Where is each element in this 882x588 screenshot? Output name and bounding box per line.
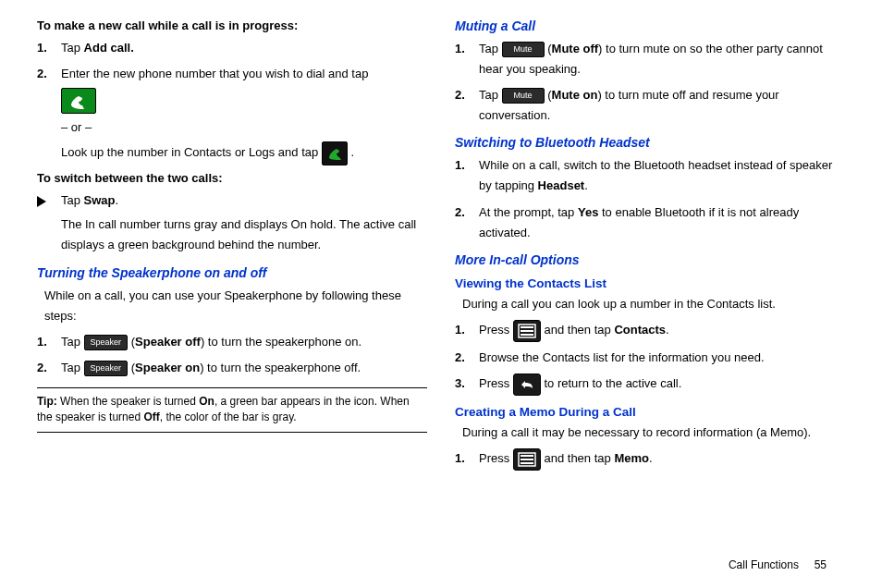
section-name: Call Functions — [729, 558, 799, 571]
list-new-call: 1. Tap Add call. 2. Enter the new phone … — [37, 38, 427, 165]
list-speaker: 1. Tap Speaker (Speaker off) to turn the… — [37, 332, 427, 378]
item-number: 1. — [455, 39, 465, 59]
text: Enter the new phone number that you wish… — [61, 67, 368, 80]
text-bold: Off — [143, 410, 159, 423]
text: Press — [479, 376, 513, 390]
text-bold: Yes — [578, 205, 598, 219]
list-item: 1. Press and then tap Contacts. — [479, 320, 845, 342]
heading-more-options: More In-call Options — [455, 252, 845, 267]
heading-switch-calls: To switch between the two calls: — [37, 171, 427, 185]
svg-rect-2 — [521, 334, 533, 336]
text-bold: Contacts — [614, 323, 666, 337]
list-item: 1. Press and then tap Memo. — [479, 448, 845, 471]
swap-description: The In call number turns gray and displa… — [61, 214, 427, 255]
heading-contacts-list: Viewing the Contacts List — [455, 276, 845, 290]
list-item: 2. At the prompt, tap Yes to enable Blue… — [479, 202, 845, 243]
text: While on a call, switch to the Bluetooth… — [479, 158, 832, 192]
bullet-swap: Tap Swap. The In call number turns gray … — [37, 190, 427, 255]
list-item: 1. Tap Add call. — [61, 38, 427, 58]
list-item: 1. While on a call, switch to the Blueto… — [479, 155, 845, 196]
menu-key-icon — [513, 320, 541, 342]
item-number: 1. — [455, 155, 465, 176]
item-number: 2. — [455, 85, 465, 105]
text: , the color of the bar is gray. — [160, 410, 297, 423]
text: . — [116, 193, 119, 207]
item-number: 1. — [37, 332, 47, 352]
item-number: 3. — [455, 374, 465, 394]
item-number: 1. — [37, 38, 47, 58]
lookup-line: Look up the number in Contacts or Logs a… — [61, 141, 427, 165]
back-key-icon — [513, 374, 541, 396]
text-bold: Speaker off — [135, 335, 201, 349]
item-number: 2. — [455, 348, 465, 368]
speaker-button-icon: Speaker — [84, 335, 129, 350]
text-bold: Headset — [538, 178, 585, 192]
list-mute: 1. Tap Mute (Mute off) to turn mute on s… — [455, 39, 845, 126]
speaker-button-icon: Speaker — [84, 361, 129, 376]
heading-speakerphone: Turning the Speakerphone on and off — [37, 265, 427, 280]
text: . — [649, 451, 653, 465]
text: and then tap — [544, 323, 614, 337]
list-item: 3. Press to return to the active call. — [479, 374, 845, 396]
text: ) to turn the speakerphone off. — [200, 361, 361, 374]
item-number: 2. — [37, 64, 47, 84]
text: ) to turn the speakerphone on. — [201, 335, 361, 349]
svg-rect-0 — [521, 326, 533, 328]
list-bluetooth: 1. While on a call, switch to the Blueto… — [455, 155, 845, 242]
text-bold: Add call. — [84, 41, 134, 55]
text: Tap — [61, 193, 84, 207]
tip-block: Tip: When the speaker is turned On, a gr… — [37, 387, 427, 433]
text: Tap — [61, 335, 84, 349]
svg-rect-6 — [521, 462, 533, 464]
text: Press — [479, 451, 513, 465]
text-bold: On — [199, 395, 214, 408]
text: Look up the number in Contacts or Logs a… — [61, 146, 322, 160]
list-item: 2. Browse the Contacts list for the info… — [479, 348, 845, 368]
or-text: – or – — [61, 117, 427, 138]
heading-bluetooth: Switching to Bluetooth Headset — [455, 135, 845, 150]
heading-muting: Muting a Call — [455, 18, 845, 33]
text: and then tap — [544, 451, 614, 465]
text: . — [584, 178, 588, 192]
page-footer: Call Functions 55 — [729, 558, 827, 571]
text: Press — [479, 323, 513, 337]
call-icon — [322, 141, 348, 165]
text-bold: Swap — [84, 193, 116, 207]
page: To make a new call while a call is in pr… — [0, 0, 882, 485]
right-column: Muting a Call 1. Tap Mute (Mute off) to … — [455, 18, 845, 476]
text: . — [350, 146, 354, 160]
tip-label: Tip: — [37, 395, 60, 408]
text: At the prompt, tap — [479, 205, 578, 219]
text: Tap — [479, 88, 502, 102]
page-number: 55 — [815, 558, 827, 571]
mute-button-icon: Mute — [502, 42, 545, 57]
text: Tap — [479, 42, 502, 55]
list-contacts: 1. Press and then tap Contacts. 2. Brows… — [455, 320, 845, 396]
item-number: 1. — [455, 320, 465, 340]
text: . — [666, 323, 669, 337]
text-bold: Speaker on — [135, 361, 200, 374]
svg-rect-1 — [521, 330, 533, 332]
triangle-bullet-icon — [37, 193, 46, 214]
list-item: 1. Tap Mute (Mute off) to turn mute on s… — [479, 39, 845, 80]
text: Browse the Contacts list for the informa… — [479, 350, 765, 364]
text-bold: Memo — [614, 451, 649, 465]
list-item: 1. Tap Speaker (Speaker off) to turn the… — [61, 332, 427, 352]
item-number: 1. — [455, 448, 465, 469]
item-number: 2. — [455, 202, 465, 223]
mute-button-icon: Mute — [502, 88, 545, 104]
text-bold: Mute on — [552, 88, 598, 102]
text: Tap — [61, 361, 84, 374]
text: Tap — [61, 41, 84, 55]
list-item: 2. Tap Mute (Mute on) to turn mute off a… — [479, 85, 845, 126]
text-bold: Mute off — [552, 42, 599, 55]
item-number: 2. — [37, 358, 47, 378]
left-column: To make a new call while a call is in pr… — [37, 18, 427, 476]
heading-new-call: To make a new call while a call is in pr… — [37, 18, 427, 32]
speaker-intro: While on a call, you can use your Speake… — [37, 286, 427, 326]
list-memo: 1. Press and then tap Memo. — [455, 448, 845, 471]
text: When the speaker is turned — [60, 395, 199, 408]
memo-intro: During a call it may be necessary to rec… — [455, 423, 845, 443]
heading-memo: Creating a Memo During a Call — [455, 405, 845, 419]
dial-icon — [61, 88, 96, 114]
